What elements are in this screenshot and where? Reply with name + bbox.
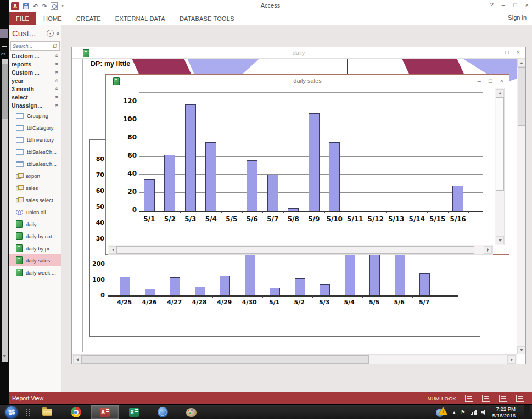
tray-expand-icon[interactable]: ▴ — [453, 409, 456, 415]
taskbar-paint[interactable] — [177, 405, 205, 419]
nav-pane-title[interactable]: Cust... — [12, 29, 47, 38]
taskbar-pinned-dots[interactable] — [24, 405, 32, 419]
horizontal-scrollbar-thumb[interactable] — [81, 355, 369, 364]
scroll-down-icon[interactable] — [3, 355, 6, 357]
nav-item-tblinventory[interactable]: tblInventory — [9, 133, 61, 146]
search-input[interactable] — [11, 43, 51, 49]
taskbar-start-button[interactable] — [1, 405, 23, 419]
collapse-chevron-icon[interactable]: « — [54, 63, 60, 66]
maximize-button[interactable]: □ — [513, 2, 517, 8]
help-button[interactable]: ? — [490, 2, 494, 8]
x-tick-mark — [283, 211, 284, 213]
taskbar-sync[interactable] — [149, 405, 176, 419]
collapse-chevron-icon[interactable]: « — [54, 71, 60, 74]
nav-pane-header: Cust... ▾ « — [9, 25, 61, 40]
edge-scrollbar-thumb[interactable] — [2, 64, 8, 119]
nav-item-tblsalesch-[interactable]: tblSalesCh... — [9, 158, 61, 170]
nav-item-tblsalesch-[interactable]: tblSalesCh... — [9, 146, 61, 158]
nav-item-export[interactable]: export — [9, 170, 61, 182]
horizontal-scrollbar[interactable] — [72, 354, 517, 364]
nav-group-3-month[interactable]: 3 month« — [9, 85, 61, 93]
nav-item-daily[interactable]: daily — [9, 218, 61, 230]
nav-item-daily-week-[interactable]: daily week ... — [9, 266, 61, 278]
collapse-chevron-icon[interactable]: « — [54, 96, 60, 99]
scroll-right-icon[interactable] — [507, 355, 516, 364]
print-preview-view-icon[interactable] — [482, 395, 490, 402]
nav-group-year[interactable]: year« — [9, 76, 61, 85]
horizontal-scrollbar-thumb[interactable] — [116, 246, 474, 254]
search-icon[interactable] — [51, 43, 58, 49]
y-axis: 0100200 — [90, 256, 105, 295]
nav-item-union-all[interactable]: union all — [9, 206, 61, 218]
ribbon-tab-file[interactable]: FILE — [9, 12, 36, 25]
edge-scrollbar[interactable] — [2, 59, 8, 362]
nav-item-daily-by-cat[interactable]: daily by cat — [9, 230, 61, 242]
shutter-bar-close-icon[interactable]: « — [56, 30, 59, 36]
scroll-left-icon[interactable] — [109, 246, 117, 254]
nav-group-unassign-[interactable]: Unassign...« — [9, 101, 61, 109]
sign-in-link[interactable]: Sign in — [508, 14, 527, 21]
nav-item-sales[interactable]: sales — [9, 182, 61, 194]
vertical-scrollbar[interactable] — [495, 88, 505, 245]
nav-item-daily-sales[interactable]: daily sales — [9, 254, 61, 266]
x-tick-label-5-11: 5/11 — [347, 215, 363, 223]
nav-group-select[interactable]: select« — [9, 93, 61, 101]
taskbar-explorer[interactable] — [33, 405, 61, 419]
nav-menu-icon[interactable]: ▾ — [47, 30, 54, 37]
daily-window-titlebar[interactable]: daily – □ × — [72, 47, 525, 58]
restore-button[interactable]: □ — [505, 49, 509, 55]
collapse-chevron-icon[interactable]: « — [54, 79, 60, 82]
close-button[interactable]: × — [500, 77, 503, 84]
collapse-chevron-icon[interactable]: « — [54, 87, 60, 91]
ribbon-tab-home[interactable]: HOME — [36, 12, 69, 25]
horizontal-scrollbar[interactable] — [108, 245, 493, 255]
minimize-button[interactable]: – — [478, 77, 481, 84]
collapse-chevron-icon[interactable]: « — [54, 54, 60, 58]
x-tick-mark — [288, 295, 288, 298]
daily-sales-titlebar[interactable]: daily sales – □ × — [106, 75, 509, 87]
report-view-icon[interactable] — [465, 395, 473, 402]
vertical-scrollbar[interactable] — [517, 59, 525, 354]
close-button[interactable]: × — [517, 49, 520, 55]
nav-group-custom-[interactable]: Custom ...« — [9, 68, 61, 76]
scroll-right-icon[interactable] — [484, 246, 492, 254]
restore-button[interactable]: □ — [489, 77, 492, 84]
x-tick-mark — [468, 211, 469, 213]
nav-item-tblcategory[interactable]: tblCategory — [9, 121, 61, 133]
nav-item-label: Grouping — [27, 113, 48, 119]
action-flag-icon[interactable]: ⚑ — [461, 409, 466, 415]
collapse-chevron-icon[interactable]: « — [54, 104, 60, 107]
scroll-left-icon[interactable] — [73, 355, 81, 364]
nav-group-reports[interactable]: reports« — [9, 60, 61, 68]
scroll-up-icon[interactable] — [517, 59, 525, 67]
close-button[interactable]: × — [525, 2, 529, 8]
x-tick-label-5-7: 5/7 — [267, 215, 278, 223]
nav-group-custom-[interactable]: Custom ...« — [9, 52, 61, 60]
taskbar-access[interactable]: A — [91, 405, 119, 419]
ribbon-tab-database-tools[interactable]: DATABASE TOOLS — [172, 12, 242, 25]
taskbar-clock[interactable]: 7:22 PM 5/16/2016 — [492, 406, 519, 419]
volume-icon[interactable] — [481, 410, 488, 415]
scroll-down-icon[interactable] — [496, 236, 504, 244]
minimize-button[interactable]: – — [502, 2, 505, 8]
action-center-warning-icon[interactable]: ! — [436, 407, 448, 418]
taskbar-chrome[interactable] — [62, 405, 89, 419]
nav-item-daily-by-pr-[interactable]: daily by pr... — [9, 242, 61, 254]
window-controls: ? – □ × — [490, 2, 529, 8]
nav-item-sales-select-[interactable]: sales select... — [9, 194, 61, 206]
scroll-down-icon[interactable] — [517, 346, 525, 354]
minimize-button[interactable]: – — [494, 49, 497, 55]
vertical-scrollbar-thumb[interactable] — [496, 97, 504, 191]
nav-item-grouping[interactable]: Grouping — [9, 109, 61, 121]
report-icon — [16, 256, 23, 264]
layout-view-icon[interactable] — [499, 395, 507, 402]
show-desktop-button[interactable] — [524, 405, 530, 419]
ribbon-tab-create[interactable]: CREATE — [69, 12, 108, 25]
vertical-scrollbar-thumb[interactable] — [518, 67, 525, 126]
taskbar-excel[interactable]: X — [120, 405, 148, 419]
network-signal-icon[interactable] — [471, 410, 477, 415]
design-view-icon[interactable] — [516, 395, 524, 402]
scroll-up-icon[interactable] — [496, 89, 504, 97]
x-tick-label-5-12: 5/12 — [368, 215, 384, 223]
ribbon-tab-external-data[interactable]: EXTERNAL DATA — [108, 12, 172, 25]
